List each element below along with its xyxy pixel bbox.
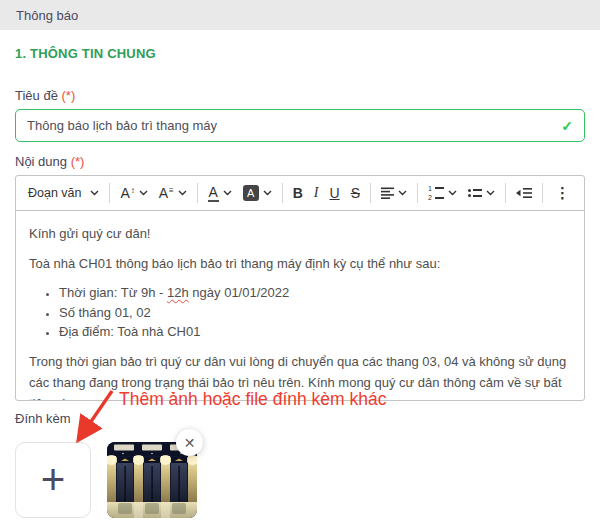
attachment-item: ✕ <box>107 442 197 518</box>
annotation-text: Thêm ảnh hoặc file đính kèm khác <box>119 389 387 410</box>
section-title-general-info: 1. THÔNG TIN CHUNG <box>15 46 585 61</box>
font-size-icon: A ↕ <box>120 186 134 200</box>
notification-form-page: Thông báo 1. THÔNG TIN CHUNG Tiêu đề (*)… <box>0 0 600 529</box>
font-color-icon: A <box>208 185 219 202</box>
numbered-list-dropdown[interactable]: 1 2 <box>423 182 462 205</box>
paragraph-style-label: Đoạn văn <box>28 186 82 200</box>
outdent-icon <box>516 187 532 199</box>
plus-icon: + <box>41 461 66 499</box>
content-field-label: Nội dung (*) <box>15 154 585 169</box>
bold-button[interactable]: B <box>288 183 308 203</box>
bold-icon: B <box>293 186 303 200</box>
rich-text-editor: Đoạn văn A ↕ A ≡ <box>15 175 585 401</box>
title-input[interactable] <box>15 109 585 142</box>
toolbar-divider <box>417 183 418 203</box>
align-left-icon <box>381 187 394 199</box>
add-attachment-button[interactable]: + <box>15 442 91 518</box>
numbered-list-icon: 1 2 <box>428 185 444 202</box>
toolbar-divider <box>505 183 506 203</box>
font-color-dropdown[interactable]: A <box>203 182 237 205</box>
font-background-color-icon: A <box>243 185 259 201</box>
font-background-color-dropdown[interactable]: A <box>238 182 277 204</box>
remove-attachment-button[interactable]: ✕ <box>176 429 203 456</box>
list-item: Thời gian: Từ 9h - 12h ngày 01/01/2022 <box>59 284 571 302</box>
font-family-icon: A ≡ <box>159 186 174 200</box>
editor-toolbar: Đoạn văn A ↕ A ≡ <box>16 176 584 211</box>
title-label-text: Tiêu đề <box>15 88 58 103</box>
editor-bullet-list: Thời gian: Từ 9h - 12h ngày 01/01/2022 S… <box>29 284 571 341</box>
toolbar-divider <box>370 183 371 203</box>
toolbar-overflow-button[interactable]: ⋮ <box>548 182 577 204</box>
chevron-down-icon <box>139 190 148 196</box>
chevron-down-icon <box>486 190 495 196</box>
chevron-down-icon <box>178 190 187 196</box>
underline-button[interactable]: U <box>325 183 345 203</box>
toolbar-divider <box>282 183 283 203</box>
editor-paragraph: Toà nhà CH01 thông báo lịch bảo trì than… <box>29 253 571 274</box>
content-label-text: Nội dung <box>15 154 67 169</box>
chevron-down-icon <box>398 190 407 196</box>
strikethrough-button[interactable]: S <box>346 183 365 203</box>
chevron-down-icon <box>263 190 272 196</box>
toolbar-divider <box>109 183 110 203</box>
underline-icon: U <box>330 186 340 200</box>
font-size-dropdown[interactable]: A ↕ <box>115 183 152 203</box>
bulleted-list-dropdown[interactable] <box>463 186 501 201</box>
attachment-row: + <box>15 442 585 518</box>
paragraph-style-dropdown[interactable]: Đoạn văn <box>23 183 104 203</box>
required-mark: (*) <box>71 154 85 169</box>
valid-check-icon: ✓ <box>561 118 573 134</box>
toolbar-divider <box>542 183 543 203</box>
font-family-dropdown[interactable]: A ≡ <box>154 183 192 203</box>
italic-icon: I <box>314 186 319 200</box>
misspelled-word: 12h <box>167 285 189 300</box>
chevron-down-icon <box>90 190 99 196</box>
list-item: Địa điểm: Toà nhà CH01 <box>59 323 571 341</box>
chevron-down-icon <box>448 190 457 196</box>
close-icon: ✕ <box>184 435 196 451</box>
text-alignment-dropdown[interactable] <box>376 184 412 202</box>
form-body: 1. THÔNG TIN CHUNG Tiêu đề (*) ✓ Nội dun… <box>0 46 600 518</box>
toolbar-divider <box>197 183 198 203</box>
chevron-down-icon <box>223 190 232 196</box>
outdent-button[interactable] <box>511 184 537 202</box>
overflow-menu-icon: ⋮ <box>555 184 570 202</box>
editor-paragraph: Kính gửi quý cư dân! <box>29 223 571 244</box>
panel-header: Thông báo <box>0 0 600 30</box>
bulleted-list-icon <box>468 189 483 198</box>
title-field-label: Tiêu đề (*) <box>15 88 585 103</box>
panel-title: Thông báo <box>16 8 78 23</box>
italic-button[interactable]: I <box>309 183 324 203</box>
required-mark: (*) <box>62 88 76 103</box>
list-item: Số tháng 01, 02 <box>59 304 571 322</box>
strikethrough-icon: S <box>351 186 360 200</box>
editor-content-area[interactable]: Kính gửi quý cư dân! Toà nhà CH01 thông … <box>16 211 584 400</box>
attachment-label: Đính kèm <box>15 411 585 426</box>
title-input-wrap: ✓ <box>15 109 585 142</box>
